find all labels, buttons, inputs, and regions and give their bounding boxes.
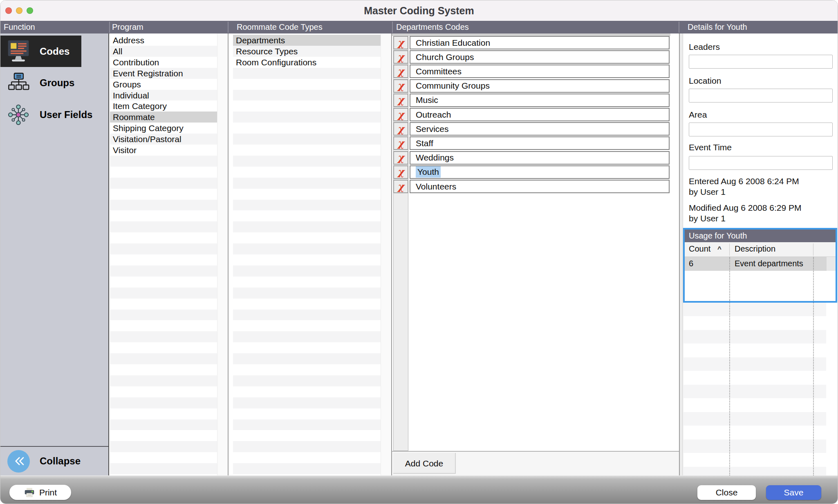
delete-code-button[interactable]: χ — [393, 108, 408, 121]
usage-empty-row — [683, 317, 826, 330]
usage-row-end-cell — [827, 257, 836, 271]
code-item[interactable]: Outreach — [410, 108, 670, 121]
details-left-gutter — [680, 33, 683, 475]
list-empty-row — [233, 232, 381, 243]
delete-code-button[interactable]: χ — [393, 36, 408, 49]
location-input[interactable] — [689, 89, 833, 103]
list-empty-row — [110, 232, 217, 243]
list-item[interactable]: Item Category — [110, 100, 217, 112]
delete-code-button[interactable]: χ — [393, 151, 408, 165]
column-divider — [813, 243, 813, 256]
red-x-icon: χ — [398, 124, 404, 134]
list-item[interactable]: Room Configurations — [233, 57, 381, 68]
list-empty-row — [233, 452, 381, 463]
sidebar-item-groups[interactable]: Groups — [0, 67, 109, 99]
code-item[interactable]: Weddings — [410, 151, 670, 165]
master-coding-system-window: Master Coding System Function Program Ro… — [0, 0, 838, 504]
code-item[interactable]: Youth — [410, 165, 670, 179]
code-item[interactable]: Staff — [410, 136, 670, 150]
list-empty-row — [233, 331, 381, 342]
list-empty-row — [110, 189, 217, 200]
code-item[interactable]: Music — [410, 94, 670, 107]
title-bar: Master Coding System — [0, 0, 838, 21]
list-empty-row — [110, 386, 217, 397]
header-function: Function — [4, 21, 35, 33]
event-time-input[interactable] — [689, 156, 833, 170]
close-button[interactable]: Close — [697, 485, 756, 500]
code-item[interactable]: Volunteers — [410, 180, 670, 193]
delete-code-button[interactable]: χ — [393, 165, 408, 179]
code-item[interactable]: Christian Education — [410, 36, 670, 49]
list-item[interactable]: Visitation/Pastoral — [110, 134, 217, 145]
delete-code-button[interactable]: χ — [393, 79, 408, 93]
list-empty-row — [110, 167, 217, 178]
usage-for-youth-panel: Usage for Youth Count ^ Description 6 Ev… — [683, 228, 837, 303]
save-button[interactable]: Save — [766, 485, 821, 500]
list-empty-row — [233, 419, 381, 430]
code-item-label: Staff — [416, 138, 433, 148]
list-item[interactable]: Address — [110, 35, 217, 46]
delete-code-button[interactable]: χ — [393, 94, 408, 107]
print-label: Print — [39, 488, 57, 497]
dotted-column-divider — [729, 303, 730, 475]
details-panel: LeadersLocationAreaEvent Time Entered Au… — [680, 33, 838, 475]
delete-code-button[interactable]: χ — [393, 65, 408, 78]
count-column-header[interactable]: Count — [689, 244, 710, 254]
list-empty-row — [233, 320, 381, 331]
delete-code-button[interactable]: χ — [393, 136, 408, 150]
leaders-input[interactable] — [689, 55, 833, 69]
delete-code-button[interactable]: χ — [393, 122, 408, 136]
code-item[interactable]: Committees — [410, 65, 670, 78]
add-code-strip: Add Code — [392, 451, 679, 475]
red-x-icon: χ — [398, 81, 404, 91]
field-label: Area — [689, 110, 707, 120]
list-item[interactable]: Resource Types — [233, 46, 381, 57]
sidebar-item-codes[interactable]: Codes — [0, 36, 81, 67]
list-item[interactable]: Departments — [233, 35, 381, 46]
delete-code-button[interactable]: χ — [393, 180, 408, 193]
program-scrollbar-track[interactable] — [217, 33, 228, 475]
roommate-scrollbar-track[interactable] — [381, 33, 391, 475]
list-empty-row — [233, 178, 381, 189]
red-x-icon: χ — [398, 138, 404, 148]
list-empty-row — [233, 79, 381, 90]
usage-empty-row — [683, 371, 826, 385]
list-item[interactable]: Shipping Category — [110, 123, 217, 134]
printer-icon — [24, 487, 35, 498]
list-empty-row — [233, 463, 381, 474]
list-item[interactable]: Individual — [110, 90, 217, 101]
list-empty-row — [110, 277, 217, 288]
user-fields-network-icon — [5, 104, 31, 126]
area-input[interactable] — [689, 123, 833, 136]
list-empty-row — [110, 178, 217, 189]
list-item[interactable]: Contribution — [110, 57, 217, 68]
header-departments-codes: Departments Codes — [396, 21, 469, 33]
code-item-label: Committees — [416, 67, 462, 76]
description-column-header[interactable]: Description — [735, 244, 775, 254]
code-item[interactable]: Services — [410, 122, 670, 136]
print-button[interactable]: Print — [9, 485, 71, 500]
add-code-button[interactable]: Add Code — [393, 453, 456, 474]
code-item[interactable]: Community Groups — [410, 79, 670, 93]
delete-code-button[interactable]: χ — [393, 50, 408, 64]
list-item[interactable]: All — [110, 46, 217, 57]
usage-empty-row — [683, 426, 826, 439]
list-item[interactable]: Roommate — [110, 112, 217, 123]
usage-empty-row — [683, 330, 826, 343]
modified-timestamp: Modified Aug 6 2008 6:29 PM by User 1 — [689, 203, 802, 224]
collapse-label: Collapse — [40, 455, 81, 467]
list-empty-row — [233, 254, 381, 265]
column-divider — [729, 243, 730, 256]
usage-row[interactable]: 6 Event departments — [685, 257, 827, 271]
roommate-code-types-column: DepartmentsResource TypesRoom Configurat… — [229, 33, 392, 475]
list-item[interactable]: Groups — [110, 79, 217, 90]
list-empty-row — [110, 397, 217, 408]
header-divider — [679, 22, 679, 33]
list-item[interactable]: Visitor — [110, 145, 217, 156]
code-item[interactable]: Church Groups — [410, 50, 670, 64]
usage-panel-title: Usage for Youth — [685, 230, 836, 242]
collapse-button[interactable]: Collapse — [0, 447, 108, 475]
usage-empty-row — [683, 399, 826, 412]
sidebar-item-user-fields[interactable]: User Fields — [0, 99, 109, 130]
list-item[interactable]: Event Registration — [110, 68, 217, 79]
